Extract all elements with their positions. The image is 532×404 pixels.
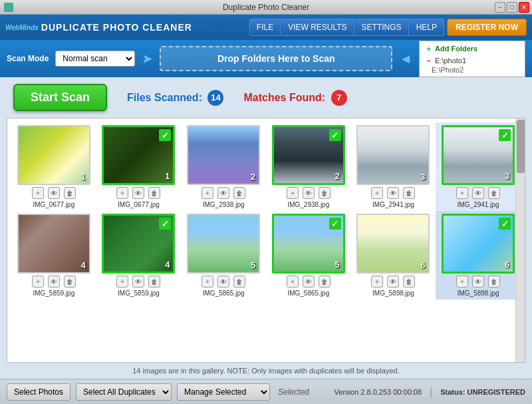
scan-mode-select[interactable]: Normal scan [55, 51, 135, 67]
photo-thumbnail[interactable]: ✓ 2 [272, 125, 345, 185]
group-number: 2 [251, 172, 255, 182]
selected-checkmark: ✓ [329, 218, 341, 230]
delete-icon[interactable]: 🗑 [403, 187, 415, 199]
delete-icon[interactable]: 🗑 [488, 187, 500, 199]
remove-folder-1-icon[interactable]: － [425, 56, 432, 66]
add-icon[interactable]: ＋ [371, 187, 383, 199]
matches-found-stat: Matches Found: 7 [243, 90, 346, 106]
delete-icon[interactable]: 🗑 [148, 276, 160, 288]
view-icon[interactable]: 👁 [387, 276, 399, 288]
folder-item-2: E:\Photo2 [425, 66, 519, 74]
delete-icon[interactable]: 🗑 [233, 187, 245, 199]
add-icon[interactable]: ＋ [456, 276, 468, 288]
manage-selected-dropdown[interactable]: Manage Selected [177, 383, 270, 401]
window-controls: – □ ✕ [495, 2, 529, 13]
selected-checkmark: ✓ [499, 218, 511, 230]
add-icon[interactable]: ＋ [201, 276, 213, 288]
menu-buttons: FILE VIEW RESULTS SETTINGS HELP [249, 19, 444, 36]
view-icon[interactable]: 👁 [132, 276, 144, 288]
photo-thumbnail[interactable]: 3 [356, 125, 430, 185]
view-icon[interactable]: 👁 [48, 276, 60, 288]
start-scan-button[interactable]: Start Scan [13, 84, 107, 111]
view-icon[interactable]: 👁 [132, 187, 144, 199]
add-icon[interactable]: ＋ [32, 187, 44, 199]
photo-thumbnail[interactable]: ✓ 1 [102, 125, 175, 185]
maximize-button[interactable]: □ [507, 2, 517, 13]
plus-icon: ＋ [425, 44, 432, 54]
help-menu[interactable]: HELP [410, 19, 444, 36]
photo-thumbnail[interactable]: ✓ 6 [442, 214, 515, 274]
photo-actions: ＋ 👁 🗑 [116, 274, 160, 290]
drop-folders-area[interactable]: Drop Folders Here to Scan [160, 46, 392, 71]
file-menu[interactable]: FILE [249, 19, 281, 36]
group-number: 6 [420, 260, 425, 270]
group-number: 5 [335, 260, 340, 270]
photo-thumbnail[interactable]: 6 [356, 214, 430, 274]
view-icon[interactable]: 👁 [303, 187, 315, 199]
delete-icon[interactable]: 🗑 [148, 187, 160, 199]
add-folders-button[interactable]: ＋ Add Folders [425, 44, 519, 54]
view-icon[interactable]: 👁 [472, 276, 484, 288]
select-all-dropdown[interactable]: Select All Duplicates [76, 383, 172, 401]
select-photos-button[interactable]: Select Photos [7, 383, 70, 401]
brand: WebMinds DUPLICATE PHOTO CLEANER [5, 22, 192, 33]
files-scanned-stat: Files Scanned: 14 [127, 90, 223, 106]
delete-icon[interactable]: 🗑 [488, 276, 500, 288]
arrow-left-icon: ◄ [399, 51, 412, 67]
group-number: 1 [165, 171, 170, 181]
photo-actions: ＋ 👁 🗑 [287, 185, 331, 201]
add-icon[interactable]: ＋ [287, 276, 299, 288]
photo-actions: ＋ 👁 🗑 [116, 185, 160, 201]
delete-icon[interactable]: 🗑 [319, 187, 331, 199]
scan-mode-label: Scan Mode [7, 54, 49, 63]
view-results-menu[interactable]: VIEW RESULTS [281, 19, 354, 36]
add-icon[interactable]: ＋ [116, 187, 128, 199]
add-icon[interactable]: ＋ [371, 276, 383, 288]
add-icon[interactable]: ＋ [287, 187, 299, 199]
scrollbar[interactable] [515, 118, 525, 362]
view-icon[interactable]: 👁 [472, 187, 484, 199]
delete-icon[interactable]: 🗑 [403, 276, 415, 288]
delete-icon[interactable]: 🗑 [233, 276, 245, 288]
add-icon[interactable]: ＋ [116, 276, 128, 288]
group-number: 2 [335, 171, 340, 181]
drop-text: Drop Folders Here to Scan [217, 53, 335, 64]
delete-icon[interactable]: 🗑 [319, 276, 331, 288]
add-icon[interactable]: ＋ [32, 276, 44, 288]
window-title: Duplicate Photo Cleaner [223, 3, 309, 12]
photo-thumbnail[interactable]: 4 [17, 214, 90, 274]
photo-thumbnail[interactable]: 1 [17, 125, 90, 185]
toolbar: Scan Mode Normal scan ➤ Drop Folders Her… [0, 40, 532, 77]
selected-checkmark: ✓ [499, 129, 511, 141]
photo-thumbnail[interactable]: ✓ 5 [272, 214, 345, 274]
group-number: 5 [251, 260, 255, 270]
add-icon[interactable]: ＋ [456, 187, 468, 199]
settings-menu[interactable]: SETTINGS [355, 19, 409, 36]
minimize-button[interactable]: – [495, 2, 505, 13]
photo-thumbnail[interactable]: 5 [187, 214, 260, 274]
list-item: 4 ＋ 👁 🗑 IMG_5859.jpg [11, 211, 96, 300]
view-icon[interactable]: 👁 [387, 187, 399, 199]
delete-icon[interactable]: 🗑 [64, 187, 76, 199]
photo-thumbnail[interactable]: ✓ 3 [442, 125, 515, 185]
view-icon[interactable]: 👁 [217, 187, 229, 199]
photo-thumbnail[interactable]: ✓ 4 [102, 214, 175, 274]
matches-found-label: Matches Found: [243, 91, 325, 102]
view-icon[interactable]: 👁 [303, 276, 315, 288]
photo-actions: ＋ 👁 🗑 [371, 185, 415, 201]
photo-name: IMG_5898.jpg [458, 290, 499, 297]
photo-grid: 1 ＋ 👁 🗑 IMG_0677.jpg ✓ 1 ＋ 👁 [7, 118, 525, 303]
add-icon[interactable]: ＋ [201, 187, 213, 199]
photo-thumbnail[interactable]: 2 [187, 125, 260, 185]
view-icon[interactable]: 👁 [48, 187, 60, 199]
register-button[interactable]: REGISTER NOW [447, 19, 527, 36]
matches-found-value: 7 [331, 90, 347, 106]
photo-name: IMG_2938.jpg [203, 201, 245, 208]
view-icon[interactable]: 👁 [217, 276, 229, 288]
scrollbar-thumb[interactable] [517, 120, 525, 173]
add-folders-label: Add Folders [435, 45, 477, 53]
photo-actions: ＋ 👁 🗑 [371, 274, 415, 290]
close-button[interactable]: ✕ [519, 2, 529, 13]
list-item: 3 ＋ 👁 🗑 IMG_2941.jpg [351, 122, 436, 211]
delete-icon[interactable]: 🗑 [64, 276, 76, 288]
